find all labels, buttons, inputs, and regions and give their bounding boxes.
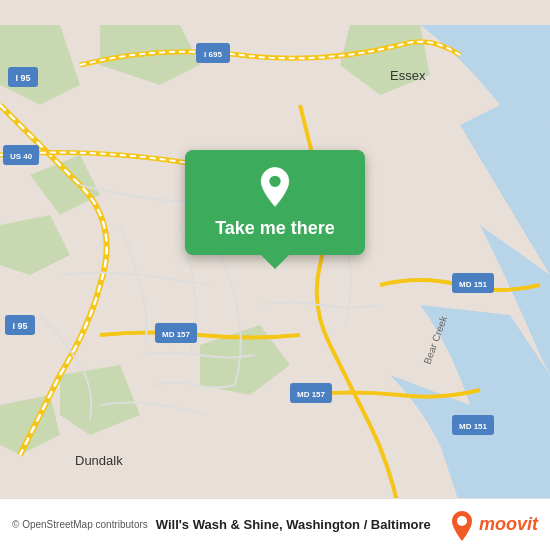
- popup-box: Take me there: [185, 150, 365, 255]
- location-pin-icon: [254, 166, 296, 208]
- svg-point-23: [457, 516, 467, 526]
- svg-text:Dundalk: Dundalk: [75, 453, 123, 468]
- svg-text:I 95: I 95: [12, 321, 27, 331]
- attribution-text: © OpenStreetMap contributors: [12, 519, 148, 530]
- moovit-logo-icon: [449, 509, 475, 541]
- bottom-bar: © OpenStreetMap contributors Will's Wash…: [0, 498, 550, 550]
- svg-text:MD 151: MD 151: [459, 422, 488, 431]
- svg-text:MD 151: MD 151: [459, 280, 488, 289]
- svg-text:Essex: Essex: [390, 68, 426, 83]
- popup-card: Take me there: [185, 150, 365, 269]
- moovit-logo: moovit: [449, 509, 538, 541]
- svg-text:US 40: US 40: [10, 152, 33, 161]
- popup-arrow: [261, 255, 289, 269]
- place-name: Will's Wash & Shine: [156, 517, 279, 532]
- take-me-there-button[interactable]: Take me there: [215, 218, 335, 239]
- svg-text:MD 157: MD 157: [162, 330, 191, 339]
- svg-text:I 695: I 695: [204, 50, 222, 59]
- map-svg: I 95 I 95 US 40 I 695 MD 151 MD 151 MD 1…: [0, 0, 550, 550]
- svg-point-22: [269, 176, 280, 187]
- place-info: Will's Wash & Shine, Washington / Baltim…: [148, 517, 449, 532]
- map-container: I 95 I 95 US 40 I 695 MD 151 MD 151 MD 1…: [0, 0, 550, 550]
- place-region: Washington / Baltimore: [286, 517, 431, 532]
- moovit-logo-text: moovit: [479, 514, 538, 535]
- svg-text:MD 157: MD 157: [297, 390, 326, 399]
- svg-text:I 95: I 95: [15, 73, 30, 83]
